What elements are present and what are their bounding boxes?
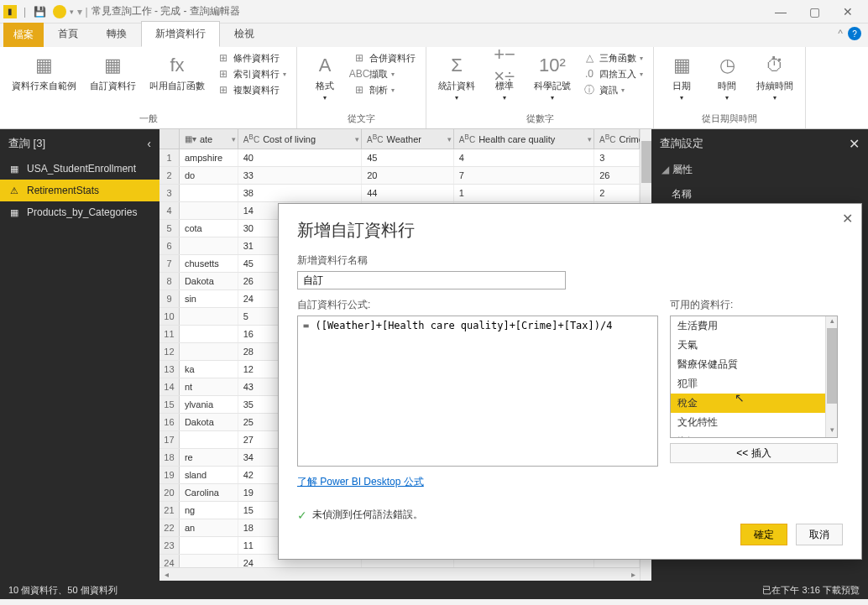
cell[interactable]: 45 xyxy=(362,149,454,166)
cell[interactable] xyxy=(180,308,238,325)
query-item[interactable]: ⚠RetirementStats xyxy=(0,180,159,201)
tab-view[interactable]: 檢視 xyxy=(220,21,269,47)
list-scrollbar[interactable]: ▴ ▾ xyxy=(825,316,837,437)
cell[interactable] xyxy=(180,537,238,554)
date-button[interactable]: ▦日期▾ xyxy=(661,50,703,111)
cell[interactable]: 3 xyxy=(594,149,640,166)
cell[interactable]: 40 xyxy=(238,149,362,166)
cell[interactable] xyxy=(180,326,238,342)
feedback-icon[interactable] xyxy=(53,5,66,18)
cell[interactable]: do xyxy=(180,167,238,184)
merge-columns-button[interactable]: ⊞合併資料行 xyxy=(349,50,419,65)
available-columns-list[interactable]: 生活費用天氣醫療保健品質犯罪稅金文化特性資深 ▴ ▾ xyxy=(670,316,838,438)
cell[interactable]: 7 xyxy=(454,167,594,184)
cell[interactable]: 2 xyxy=(594,185,640,201)
cell[interactable]: 26 xyxy=(594,167,640,184)
save-icon[interactable]: 💾 xyxy=(33,5,46,18)
available-column-item[interactable]: 稅金 xyxy=(671,394,837,413)
available-column-item[interactable]: 文化特性 xyxy=(671,413,837,432)
parse-button[interactable]: ⊞剖析▾ xyxy=(349,82,419,97)
maximize-button[interactable]: ▢ xyxy=(797,0,831,23)
cell[interactable]: 33 xyxy=(238,167,362,184)
scroll-thumb[interactable] xyxy=(641,141,651,183)
cell[interactable]: chusetts xyxy=(180,255,238,272)
help-icon[interactable]: ? xyxy=(848,27,861,40)
statistics-button[interactable]: Σ統計資料▾ xyxy=(433,50,480,111)
duplicate-column-button[interactable]: ⊞複製資料行 xyxy=(213,82,290,97)
cancel-button[interactable]: 取消 xyxy=(796,524,843,545)
column-header[interactable]: ABCCrime xyxy=(594,129,640,149)
cell[interactable]: Carolina xyxy=(180,484,238,501)
query-item[interactable]: ▦Products_by_Categories xyxy=(0,201,159,223)
available-column-item[interactable]: 天氣 xyxy=(671,336,837,355)
cell[interactable]: ng xyxy=(180,502,238,519)
cell[interactable]: an xyxy=(180,519,238,536)
scroll-thumb[interactable] xyxy=(827,328,837,404)
available-column-item[interactable]: 生活費用 xyxy=(671,316,837,336)
dropdown-icon[interactable]: ▾ xyxy=(70,8,74,16)
learn-link[interactable]: 了解 Power BI Desktop 公式 xyxy=(297,475,658,489)
column-header[interactable]: ABCWeather▾ xyxy=(362,129,454,149)
cell[interactable] xyxy=(180,185,238,201)
tab-file[interactable]: 檔案 xyxy=(3,23,44,47)
column-from-examples-button[interactable]: ▦資料行來自範例 xyxy=(7,50,81,111)
cell[interactable]: 38 xyxy=(238,185,362,201)
scientific-button[interactable]: 10²科學記號▾ xyxy=(529,50,576,111)
cell[interactable]: 4 xyxy=(454,149,594,166)
ok-button[interactable]: 確定 xyxy=(740,524,787,545)
properties-section[interactable]: ◢屬性 xyxy=(651,158,868,182)
cell[interactable]: ka xyxy=(180,361,238,378)
table-row[interactable]: 2do3320726 xyxy=(159,167,640,185)
horizontal-scrollbar[interactable]: ◂▸ xyxy=(159,567,640,581)
cell[interactable] xyxy=(180,237,238,254)
cell[interactable]: Dakota xyxy=(180,273,238,289)
duration-button[interactable]: ⏱持續時間▾ xyxy=(751,50,798,111)
queries-header[interactable]: 查詢 [3]‹ xyxy=(0,129,159,158)
invoke-function-button[interactable]: fx叫用自訂函數 xyxy=(144,50,210,111)
dialog-close-button[interactable]: ✕ xyxy=(842,211,853,227)
custom-column-button[interactable]: ▦自訂資料行 xyxy=(85,50,141,111)
cell[interactable] xyxy=(180,202,238,219)
close-button[interactable]: ✕ xyxy=(831,0,865,23)
tab-home[interactable]: 首頁 xyxy=(44,21,92,47)
rounding-button[interactable]: .0四捨五入▾ xyxy=(579,66,646,81)
cell[interactable]: 44 xyxy=(362,185,454,201)
trig-button[interactable]: △三角函數▾ xyxy=(579,50,646,65)
insert-button[interactable]: << 插入 xyxy=(670,443,838,463)
cell[interactable]: ampshire xyxy=(180,149,238,166)
cell[interactable]: re xyxy=(180,449,238,466)
query-item[interactable]: ▦USA_StudentEnrollment xyxy=(0,158,159,180)
cell[interactable]: nt xyxy=(180,378,238,395)
extract-button[interactable]: ABC擷取▾ xyxy=(349,66,419,81)
column-header[interactable]: ABCHealth care quality▾ xyxy=(454,129,594,149)
close-icon[interactable]: ✕ xyxy=(849,136,860,152)
column-header[interactable]: ABCCost of living▾ xyxy=(238,129,362,149)
cell[interactable]: cota xyxy=(180,220,238,237)
standard-button[interactable]: +−×÷標準▾ xyxy=(484,50,526,111)
time-button[interactable]: ◷時間▾ xyxy=(706,50,748,111)
cell[interactable]: 1 xyxy=(454,185,594,201)
table-row[interactable]: 1ampshire404543 xyxy=(159,149,640,167)
chevron-left-icon[interactable]: ‹ xyxy=(147,137,151,150)
cell[interactable]: ylvania xyxy=(180,396,238,413)
cell[interactable]: sin xyxy=(180,290,238,307)
cell[interactable] xyxy=(180,555,238,567)
cell[interactable] xyxy=(180,343,238,360)
cell[interactable]: 20 xyxy=(362,167,454,184)
column-header[interactable]: ▦▾ate▾ xyxy=(180,129,238,149)
available-column-item[interactable]: 資深 xyxy=(671,432,837,438)
index-column-button[interactable]: ⊞索引資料行▾ xyxy=(213,66,290,81)
column-name-input[interactable] xyxy=(297,271,566,289)
minimize-button[interactable]: — xyxy=(764,0,797,23)
available-column-item[interactable]: 犯罪 xyxy=(671,374,837,394)
tab-transform[interactable]: 轉換 xyxy=(92,21,141,47)
formula-textarea[interactable] xyxy=(297,316,658,467)
tab-add-column[interactable]: 新增資料行 xyxy=(141,21,220,47)
table-row[interactable]: 3384412 xyxy=(159,185,640,202)
cell[interactable] xyxy=(180,431,238,448)
conditional-column-button[interactable]: ⊞條件資料行 xyxy=(213,50,290,65)
cell[interactable]: Dakota xyxy=(180,414,238,430)
cell[interactable]: sland xyxy=(180,467,238,483)
available-column-item[interactable]: 醫療保健品質 xyxy=(671,355,837,374)
collapse-ribbon-icon[interactable]: ^ xyxy=(838,28,843,39)
